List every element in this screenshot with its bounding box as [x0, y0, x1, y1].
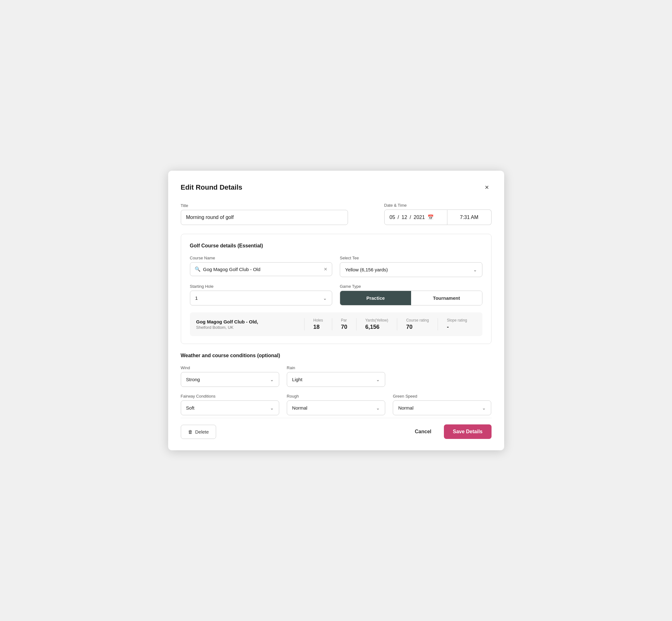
edit-round-modal: Edit Round Details × Title Date & Time 0… [168, 171, 504, 450]
starting-hole-value: 1 [195, 295, 198, 301]
select-tee-field: Select Tee Yellow (6,156 yards) ⌄ [340, 256, 482, 277]
search-icon: 🔍 [195, 266, 201, 272]
slope-rating-stat: Slope rating - [437, 318, 476, 330]
modal-title: Edit Round Details [181, 183, 243, 192]
datetime-group: 05 / 12 / 2021 📅 7:31 AM [384, 210, 492, 225]
clear-course-icon[interactable]: ✕ [324, 266, 328, 272]
course-name-input[interactable] [203, 266, 322, 272]
starting-hole-field: Starting Hole 1 ⌄ [190, 284, 333, 305]
course-name-input-wrap[interactable]: 🔍 ✕ [190, 262, 333, 276]
trash-icon: 🗑 [188, 429, 193, 434]
slope-rating-value: - [447, 324, 449, 330]
title-field-group: Title [181, 203, 377, 225]
wind-dropdown[interactable]: Strong ⌄ [181, 372, 279, 387]
wind-label: Wind [181, 365, 279, 370]
rain-dropdown[interactable]: Light ⌄ [287, 372, 385, 387]
course-main-name: Gog Magog Golf Club - Old, [196, 319, 304, 324]
course-name-field: Course Name 🔍 ✕ [190, 256, 333, 277]
wind-value: Strong [186, 377, 200, 382]
practice-button[interactable]: Practice [340, 291, 411, 305]
fairway-label: Fairway Conditions [181, 394, 279, 399]
game-type-field: Game Type Practice Tournament [340, 284, 482, 305]
fairway-field: Fairway Conditions Soft ⌄ [181, 394, 279, 415]
footer-right: Cancel Save Details [410, 424, 492, 439]
title-label: Title [181, 203, 377, 208]
delete-button[interactable]: 🗑 Delete [181, 425, 216, 439]
delete-label: Delete [195, 429, 209, 434]
chevron-down-icon7: ⌄ [482, 406, 486, 411]
golf-section-title: Golf Course details (Essential) [190, 243, 482, 249]
course-info-name: Gog Magog Golf Club - Old, Shelford Bott… [196, 319, 304, 330]
green-speed-value: Normal [398, 405, 413, 411]
course-name-label: Course Name [190, 256, 333, 260]
course-sub-name: Shelford Bottom, UK [196, 325, 304, 330]
game-type-toggle: Practice Tournament [340, 291, 482, 305]
starting-hole-dropdown[interactable]: 1 ⌄ [190, 291, 333, 305]
date-sep2: / [410, 215, 411, 220]
chevron-down-icon4: ⌄ [376, 377, 380, 382]
modal-header: Edit Round Details × [181, 182, 492, 193]
fairway-rough-green-row: Fairway Conditions Soft ⌄ Rough Normal ⌄… [181, 394, 492, 415]
rough-dropdown[interactable]: Normal ⌄ [287, 401, 385, 415]
date-sep1: / [397, 215, 399, 220]
wind-field: Wind Strong ⌄ [181, 365, 279, 387]
fairway-value: Soft [186, 405, 195, 411]
rough-label: Rough [287, 394, 385, 399]
hole-gametype-row: Starting Hole 1 ⌄ Game Type Practice Tou… [190, 284, 482, 305]
chevron-down-icon6: ⌄ [376, 406, 380, 411]
yards-stat: Yards(Yellow) 6,156 [356, 318, 397, 330]
course-rating-value: 70 [406, 324, 412, 330]
course-rating-label: Course rating [406, 318, 429, 323]
rain-value: Light [292, 377, 302, 382]
wind-rain-row: Wind Strong ⌄ Rain Light ⌄ [181, 365, 492, 387]
chevron-down-icon2: ⌄ [323, 296, 327, 301]
starting-hole-label: Starting Hole [190, 284, 333, 289]
course-tee-row: Course Name 🔍 ✕ Select Tee Yellow (6,156… [190, 256, 482, 277]
time-value: 7:31 AM [460, 215, 478, 220]
modal-footer: 🗑 Delete Cancel Save Details [181, 418, 492, 439]
par-value: 70 [341, 324, 347, 330]
green-speed-field: Green Speed Normal ⌄ [393, 394, 491, 415]
chevron-down-icon5: ⌄ [270, 406, 274, 411]
close-button[interactable]: × [482, 182, 492, 193]
cancel-button[interactable]: Cancel [410, 425, 436, 439]
holes-value: 18 [313, 324, 320, 330]
top-row: Title Date & Time 05 / 12 / 2021 📅 7:31 … [181, 203, 492, 225]
game-type-label: Game Type [340, 284, 482, 289]
save-button[interactable]: Save Details [444, 424, 491, 439]
title-input[interactable] [181, 210, 348, 225]
rain-field: Rain Light ⌄ [287, 365, 385, 387]
par-label: Par [341, 318, 347, 323]
weather-section-title: Weather and course conditions (optional) [181, 353, 492, 359]
green-speed-dropdown[interactable]: Normal ⌄ [393, 401, 491, 415]
rough-field: Rough Normal ⌄ [287, 394, 385, 415]
date-month: 05 [390, 215, 395, 220]
course-info-row: Gog Magog Golf Club - Old, Shelford Bott… [190, 313, 482, 336]
datetime-label: Date & Time [384, 203, 492, 208]
chevron-down-icon3: ⌄ [270, 377, 274, 382]
golf-course-section: Golf Course details (Essential) Course N… [181, 234, 492, 344]
par-stat: Par 70 [332, 318, 356, 330]
holes-stat: Holes 18 [304, 318, 332, 330]
date-year: 2021 [414, 215, 425, 220]
chevron-down-icon: ⌄ [473, 267, 477, 272]
green-speed-label: Green Speed [393, 394, 491, 399]
date-day: 12 [402, 215, 407, 220]
date-input-box[interactable]: 05 / 12 / 2021 📅 [384, 210, 447, 225]
select-tee-value: Yellow (6,156 yards) [345, 267, 388, 272]
datetime-field-group: Date & Time 05 / 12 / 2021 📅 7:31 AM [384, 203, 492, 225]
yards-value: 6,156 [365, 324, 380, 330]
rough-value: Normal [292, 405, 307, 411]
fairway-dropdown[interactable]: Soft ⌄ [181, 401, 279, 415]
select-tee-label: Select Tee [340, 256, 482, 260]
select-tee-dropdown[interactable]: Yellow (6,156 yards) ⌄ [340, 262, 482, 277]
rain-label: Rain [287, 365, 385, 370]
tournament-button[interactable]: Tournament [411, 291, 482, 305]
weather-section: Weather and course conditions (optional)… [181, 353, 492, 415]
slope-rating-label: Slope rating [447, 318, 467, 323]
course-rating-stat: Course rating 70 [397, 318, 437, 330]
calendar-icon: 📅 [427, 214, 434, 220]
time-input-box[interactable]: 7:31 AM [447, 210, 492, 225]
holes-label: Holes [313, 318, 323, 323]
yards-label: Yards(Yellow) [365, 318, 388, 323]
